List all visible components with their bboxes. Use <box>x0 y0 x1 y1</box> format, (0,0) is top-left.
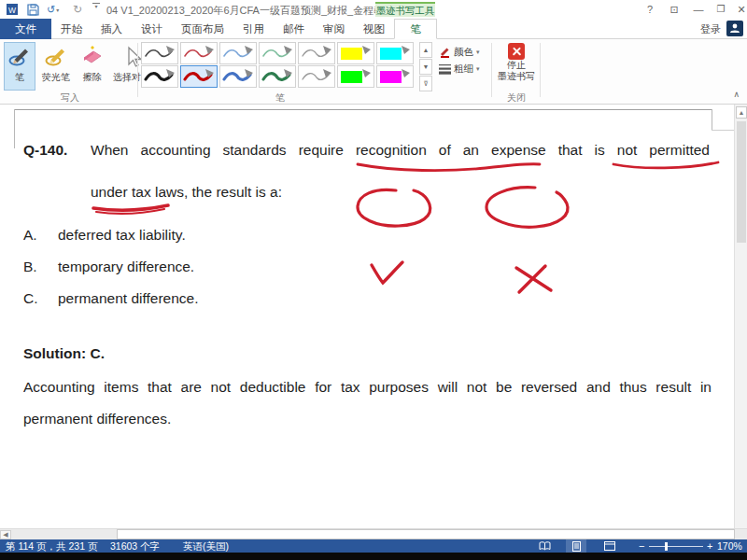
read-mode-view-button[interactable] <box>534 539 555 553</box>
user-avatar[interactable] <box>726 21 743 36</box>
question-line-2: under tax laws, the result is a: <box>91 184 282 201</box>
tab-insert[interactable]: 插入 <box>92 19 132 39</box>
ink-x-mark-stroke-1 <box>516 268 551 290</box>
zoom-slider-track[interactable] <box>649 546 703 547</box>
eraser-tool-button[interactable]: 擦除 <box>77 42 108 91</box>
gallery-more-button[interactable]: ⊽ <box>419 76 432 91</box>
save-button[interactable] <box>27 3 39 16</box>
close-button[interactable]: ✕ <box>732 2 747 17</box>
read-mode-icon <box>539 541 551 551</box>
scroll-left-button[interactable]: ◀ <box>0 530 11 539</box>
tab-references[interactable]: 引用 <box>233 19 274 39</box>
print-layout-view-button[interactable] <box>566 539 586 553</box>
word-window: W ↺▾ ↻ ▾ 04 V1_20200213_2020年6月CFA一级百题预测… <box>0 0 747 560</box>
tab-file[interactable]: 文件 <box>0 19 51 39</box>
zoom-in-button[interactable]: + <box>707 540 712 552</box>
pen-tool-button[interactable]: 笔 <box>4 42 35 91</box>
option-text-a: deferred tax liability. <box>58 227 186 244</box>
ribbon-display-options-button[interactable]: ⊡ <box>665 2 684 17</box>
zoom-level[interactable]: 170% <box>717 540 742 552</box>
web-layout-view-button[interactable] <box>599 539 620 553</box>
ink-thickness-button[interactable]: 粗细▾ <box>439 62 480 76</box>
pen-gallery <box>141 42 417 91</box>
pen-style-r1c4[interactable] <box>259 42 296 64</box>
web-layout-icon <box>604 541 615 551</box>
stop-inking-icon <box>508 43 525 60</box>
gallery-scroll-down-button[interactable]: ▼ <box>419 59 432 75</box>
pen-style-r1c3[interactable] <box>219 42 257 64</box>
help-button[interactable]: ? <box>641 2 659 17</box>
pen-style-r1c2[interactable] <box>180 42 218 64</box>
undo-button[interactable]: ↺▾ <box>47 3 59 16</box>
ink-underline-under-tax-laws <box>93 205 168 210</box>
scroll-up-button[interactable]: ▲ <box>736 106 747 119</box>
pen-style-r1c7[interactable] <box>376 42 414 64</box>
tabs-host: 开始插入设计页面布局引用邮件审阅视图 <box>51 19 394 39</box>
horizontal-scrollbar[interactable]: ◀ <box>0 528 747 539</box>
gallery-scrollbar: ▲ ▼ ⊽ <box>419 42 432 91</box>
question-line-1: When accounting standards require recogn… <box>91 142 710 161</box>
ink-underline-recognition-of-an-expense <box>358 164 540 171</box>
word-logo-icon: W <box>7 3 20 16</box>
page-boundary-corner <box>712 130 734 131</box>
group-separator <box>137 43 138 97</box>
ink-color-button[interactable]: 颜色▾ <box>439 45 480 59</box>
tab-mailings[interactable]: 邮件 <box>274 19 314 39</box>
ribbon-tab-row: 文件 开始插入设计页面布局引用邮件审阅视图 笔 登录 <box>0 19 747 39</box>
pen-style-r2c1[interactable] <box>141 65 178 88</box>
svg-text:W: W <box>8 6 16 15</box>
word-count-indicator[interactable]: 31603 个字 <box>110 540 160 553</box>
pen-style-r2c4[interactable] <box>259 65 296 88</box>
title-bar: W ↺▾ ↻ ▾ 04 V1_20200213_2020年6月CFA一级百题预测… <box>0 0 747 19</box>
page-number-indicator[interactable]: 第 114 页，共 231 页 <box>6 540 97 553</box>
ink-x-mark-stroke-2 <box>519 266 545 292</box>
ink-overlay <box>0 105 734 528</box>
option-letter-b: B. <box>23 259 37 275</box>
eraser-icon <box>80 45 105 69</box>
tab-view[interactable]: 视图 <box>354 19 394 39</box>
highlighter-tool-button[interactable]: 荧光笔 <box>37 42 75 91</box>
option-text-b: temporary difference. <box>58 259 194 275</box>
restore-button[interactable]: ❐ <box>712 2 730 17</box>
horizontal-scrollbar-thumb[interactable] <box>117 529 735 539</box>
collapse-ribbon-button[interactable]: ∧ <box>733 90 740 99</box>
tab-pen-active[interactable]: 笔 <box>394 19 437 39</box>
pen-style-r2c7[interactable] <box>376 65 414 88</box>
status-bar: 第 114 页，共 231 页 31603 个字 英语(美国) − + 170% <box>0 539 747 553</box>
page-boundary-left <box>14 109 15 148</box>
tab-review[interactable]: 审阅 <box>314 19 354 39</box>
document-title: 04 V1_20200213_2020年6月CFA一级百题预测_财报_金程教育.… <box>106 4 402 18</box>
group-separator <box>491 43 492 97</box>
document-canvas[interactable]: Q-140. When accounting standards require… <box>0 105 734 528</box>
ribbon: 笔 荧光笔 擦除 选择对象 写入 <box>0 39 747 105</box>
zoom-slider-thumb[interactable] <box>665 542 668 551</box>
tab-design[interactable]: 设计 <box>132 19 172 39</box>
pen-style-r2c6[interactable] <box>337 65 374 88</box>
pen-style-r2c3[interactable] <box>219 65 257 88</box>
minimize-button[interactable]: — <box>689 2 708 17</box>
ink-checkmark <box>372 262 402 283</box>
redo-button[interactable]: ↻ <box>73 3 82 16</box>
customize-quick-access-toolbar-button[interactable]: ▾ <box>92 3 101 16</box>
language-indicator[interactable]: 英语(美国) <box>183 540 229 553</box>
pen-style-r1c1[interactable] <box>141 42 178 64</box>
pen-style-r2c5[interactable] <box>298 65 335 88</box>
tab-home[interactable]: 开始 <box>51 19 92 39</box>
vertical-scrollbar-thumb[interactable] <box>737 121 746 243</box>
pen-style-r2c2[interactable] <box>180 65 218 88</box>
stop-inking-button[interactable]: 停止 墨迹书写 <box>495 42 538 91</box>
gallery-scroll-up-button[interactable]: ▲ <box>419 42 432 58</box>
pen-style-r1c5[interactable] <box>298 42 335 64</box>
tab-page-layout[interactable]: 页面布局 <box>172 19 233 39</box>
page-boundary-right <box>712 109 712 130</box>
question-number: Q-140. <box>23 142 67 159</box>
ink-underline-under-tax-laws-2 <box>96 209 164 214</box>
vertical-scrollbar[interactable]: ▲ <box>734 105 747 528</box>
zoom-out-button[interactable]: − <box>639 540 644 552</box>
ink-circle-option-left <box>358 189 430 226</box>
sign-in-link[interactable]: 登录 <box>700 22 721 36</box>
ink-circle-option-right <box>486 188 568 228</box>
option-letter-a: A. <box>23 227 37 244</box>
solution-line-2: permanent differences. <box>23 411 171 427</box>
pen-style-r1c6[interactable] <box>337 42 374 64</box>
